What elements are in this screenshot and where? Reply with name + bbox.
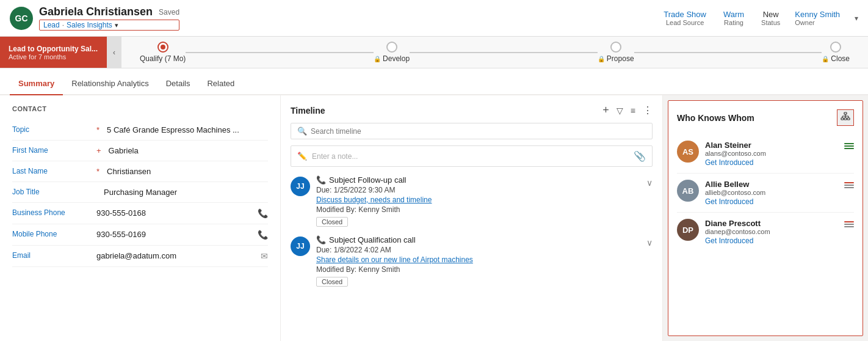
person-avatar-1: AB (677, 180, 699, 202)
contact-section-title: CONTACT (12, 105, 268, 112)
timeline-expand-0[interactable]: ∨ (646, 178, 653, 227)
stage-qualify-circle (157, 42, 168, 53)
stage-active-label[interactable]: Lead to Opportunity Sal... Active for 7 … (0, 37, 107, 68)
person-menu-1[interactable] (844, 180, 854, 188)
stage-active-sub: Active for 7 months (9, 53, 101, 61)
stage-develop-circle (386, 42, 397, 53)
person-menu-2[interactable] (844, 219, 854, 227)
tab-details[interactable]: Details (157, 73, 199, 95)
avatar: GC (10, 7, 33, 30)
stage-collapse-button[interactable]: ‹ (107, 37, 121, 68)
field-mobilephone-value[interactable]: 930-555-0169 (96, 230, 253, 239)
breadcrumb-lead[interactable]: Lead (43, 21, 60, 29)
stage-develop[interactable]: 🔒 Develop (374, 42, 410, 63)
stage-connector-3 (634, 52, 822, 53)
firstname-required-star: + (96, 146, 101, 155)
person-action-2[interactable]: Get Introduced (705, 237, 838, 245)
call-icon-1: 📞 (316, 235, 326, 244)
timeline-note-bar[interactable]: ✏️ Enter a note... 📎 (291, 145, 653, 167)
wkw-person-1: AB Allie Bellew allieb@contoso.com Get I… (677, 174, 854, 213)
breadcrumb[interactable]: Lead · Sales Insights ▾ (39, 20, 179, 31)
timeline-modified-1: Modified By: Kenny Smith (316, 265, 640, 274)
timeline-link-1[interactable]: Share details on our new line of Airpot … (316, 255, 640, 264)
person-email-1: allieb@contoso.com (705, 189, 838, 196)
timeline-search-bar[interactable]: 🔍 (291, 123, 653, 139)
tabs-bar: Summary Relationship Analytics Details R… (0, 68, 868, 95)
timeline-panel: Timeline + ▽ ≡ ⋮ 🔍 ✏️ Enter a note... 📎 … (281, 95, 663, 341)
stage-develop-label: 🔒 Develop (374, 54, 410, 63)
menu-bar-1-3 (844, 187, 854, 188)
search-icon: 🔍 (297, 127, 307, 136)
field-email: Email gabriela@adatum.com ✉ (12, 246, 268, 267)
person-avatar-initials-0: AS (682, 147, 693, 156)
menu-bar-2-3 (844, 226, 854, 227)
person-avatar-2: DP (677, 219, 699, 241)
timeline-link-0[interactable]: Discuss budget, needs and timeline (316, 196, 640, 204)
lock-icon-propose: 🔒 (598, 56, 605, 62)
timeline-badge-0[interactable]: Closed (316, 217, 348, 227)
mobile-phone-icon[interactable]: 📞 (258, 230, 268, 240)
lastname-required-star: * (96, 167, 99, 176)
breadcrumb-dropdown-arrow[interactable]: ▾ (115, 21, 118, 29)
field-jobtitle-label: Job Title (12, 188, 92, 196)
field-topic-value[interactable]: 5 Café Grande Espresso Machines ... (107, 125, 268, 134)
menu-bar-1-1 (844, 182, 854, 183)
field-email-value[interactable]: gabriela@adatum.com (96, 251, 256, 260)
field-topic: Topic * 5 Café Grande Espresso Machines … (12, 120, 268, 141)
header-chevron-down[interactable]: ▾ (855, 14, 858, 23)
field-firstname: First Name + Gabriela (12, 141, 268, 161)
contact-name: Gabriela Christiansen (39, 6, 153, 18)
timeline-sort-button[interactable]: ≡ (631, 106, 635, 116)
field-bizphone: Business Phone 930-555-0168 📞 (12, 203, 268, 224)
wkw-title: Who Knows Whom (677, 113, 754, 123)
person-action-0[interactable]: Get Introduced (705, 158, 838, 167)
timeline-more-button[interactable]: ⋮ (643, 105, 653, 116)
tab-related[interactable]: Related (198, 73, 243, 95)
header-right: Trade Show Lead Source Warm Rating New S… (664, 10, 858, 26)
tab-relationship-analytics[interactable]: Relationship Analytics (63, 73, 157, 95)
person-avatar-0: AS (677, 141, 699, 163)
status-label: Status (761, 19, 780, 26)
stage-close[interactable]: 🔒 Close (822, 42, 850, 63)
owner-name[interactable]: Kenny Smith (795, 10, 840, 19)
field-firstname-value[interactable]: Gabriela (109, 146, 268, 155)
saved-label: Saved (159, 8, 179, 16)
search-input[interactable] (311, 127, 646, 136)
note-placeholder[interactable]: Enter a note... (312, 152, 629, 161)
stage-qualify-label: Qualify (7 Mo) (140, 54, 186, 63)
person-avatar-initials-2: DP (682, 226, 693, 235)
person-menu-0[interactable] (844, 141, 854, 149)
timeline-add-button[interactable]: + (602, 104, 609, 117)
stages-container: Qualify (7 Mo) 🔒 Develop 🔒 Propose 🔒 Clo… (121, 42, 868, 63)
field-lastname-value[interactable]: Christiansen (107, 167, 268, 176)
svg-rect-1 (841, 118, 844, 120)
stage-propose[interactable]: 🔒 Propose (598, 42, 634, 63)
stage-propose-label: 🔒 Propose (598, 54, 634, 63)
rating-label: Rating (724, 19, 743, 26)
field-jobtitle-value[interactable]: Purchasing Manager (104, 188, 268, 197)
tab-summary[interactable]: Summary (10, 73, 63, 95)
header-meta: Trade Show Lead Source Warm Rating New S… (664, 10, 780, 26)
stage-connector-1 (186, 52, 374, 53)
person-name-0: Alan Steiner (705, 141, 838, 150)
person-email-2: dianep@contoso.com (705, 228, 838, 235)
rating-value: Warm (723, 10, 744, 19)
menu-bar-1-2 (844, 185, 854, 186)
timeline-expand-1[interactable]: ∨ (646, 238, 653, 287)
stage-qualify[interactable]: Qualify (7 Mo) (140, 42, 186, 63)
wkw-header: Who Knows Whom (677, 109, 854, 126)
breadcrumb-insights[interactable]: Sales Insights (67, 21, 112, 29)
person-action-1[interactable]: Get Introduced (705, 197, 838, 206)
timeline-filter-button[interactable]: ▽ (617, 106, 623, 116)
field-topic-label: Topic (12, 125, 92, 134)
attach-icon[interactable]: 📎 (634, 150, 646, 162)
email-icon[interactable]: ✉ (261, 251, 268, 261)
lead-source-value: Trade Show (664, 10, 706, 19)
call-icon-0: 📞 (316, 175, 326, 185)
timeline-badge-1[interactable]: Closed (316, 277, 348, 287)
stage-close-label: 🔒 Close (822, 54, 850, 63)
phone-icon[interactable]: 📞 (258, 208, 268, 218)
wkw-org-chart-button[interactable] (837, 109, 854, 126)
field-bizphone-value[interactable]: 930-555-0168 (96, 208, 253, 218)
field-email-label: Email (12, 251, 92, 260)
